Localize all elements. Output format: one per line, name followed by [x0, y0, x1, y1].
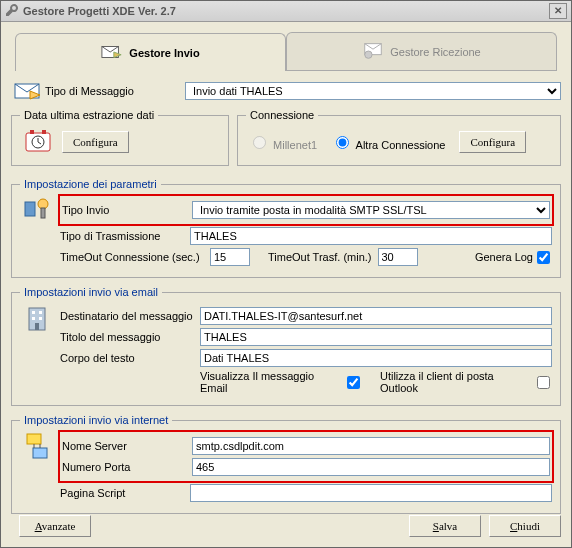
data-estrazione-group: Data ultima estrazione dati Configura [11, 109, 229, 166]
genera-log-checkbox[interactable] [537, 251, 550, 264]
svg-rect-7 [42, 130, 46, 134]
pagina-script-input[interactable] [190, 484, 552, 502]
radio-millenet1: Millenet1 [248, 133, 317, 151]
titolo-input[interactable] [200, 328, 552, 346]
tab-gestore-ricezione[interactable]: Gestore Ricezione [286, 32, 557, 70]
configura-connessione-button[interactable]: Configura [459, 131, 526, 153]
numero-porta-label: Numero Porta [62, 461, 192, 473]
nome-server-input[interactable] [192, 437, 550, 455]
tipo-messaggio-select[interactable]: Invio dati THALES [185, 82, 561, 100]
pagina-script-label: Pagina Script [60, 487, 190, 499]
bottom-button-bar: Avanzate Salva Chiudi [11, 515, 561, 537]
svg-rect-14 [32, 317, 35, 320]
svg-rect-13 [39, 311, 42, 314]
radio-millenet1-label: Millenet1 [273, 139, 317, 151]
outlook-checkbox[interactable] [537, 376, 550, 389]
connessione-legend: Connessione [246, 109, 318, 121]
radio-millenet1-input [253, 136, 266, 149]
building-icon [20, 304, 54, 397]
internet-legend: Impostazioni invio via internet [20, 414, 172, 426]
internet-group: Impostazioni invio via internet Nome Ser… [11, 414, 561, 514]
svg-rect-17 [27, 434, 41, 444]
tipo-invio-select[interactable]: Invio tramite posta in modalità SMTP SSL… [192, 201, 550, 219]
mail-receive-icon [362, 42, 384, 62]
internet-highlight: Nome Server Numero Porta [58, 430, 554, 483]
svg-rect-8 [25, 202, 35, 216]
svg-rect-6 [30, 130, 34, 134]
parametri-legend: Impostazione dei parametri [20, 178, 161, 190]
svg-rect-16 [35, 323, 39, 330]
timeout-conn-label: TimeOut Connessione (sec.) [60, 251, 210, 263]
timeout-trasf-input[interactable] [378, 248, 418, 266]
tab-receive-label: Gestore Ricezione [390, 46, 481, 58]
email-legend: Impostazioni invio via email [20, 286, 162, 298]
tipo-invio-highlight: Tipo Invio Invio tramite posta in modali… [58, 194, 554, 226]
tab-gestore-invio[interactable]: Gestore Invio [15, 33, 286, 71]
parametri-group: Impostazione dei parametri Tipo Invio In… [11, 178, 561, 278]
email-group: Impostazioni invio via email Destinatari… [11, 286, 561, 406]
salva-label: alva [439, 520, 457, 532]
radio-altra-input[interactable] [336, 136, 349, 149]
destinatario-label: Destinatario del messaggio [60, 310, 200, 322]
destinatario-input[interactable] [200, 307, 552, 325]
clock-icon [24, 129, 52, 155]
nome-server-label: Nome Server [62, 440, 192, 452]
radio-altra-label: Altra Connessione [356, 139, 446, 151]
tipo-messaggio-label: Tipo di Messaggio [45, 85, 185, 97]
svg-rect-15 [39, 317, 42, 320]
configura-estrazione-button[interactable]: Configura [62, 131, 129, 153]
genera-log-label: Genera Log [475, 251, 533, 263]
timeout-trasf-label: TimeOut Trasf. (min.) [268, 251, 372, 263]
svg-point-2 [365, 51, 372, 58]
tools-icon [20, 196, 54, 269]
radio-altra-connessione[interactable]: Altra Connessione [331, 133, 445, 151]
salva-button[interactable]: Salva [409, 515, 481, 537]
svg-rect-12 [32, 311, 35, 314]
chiudi-button[interactable]: Chiudi [489, 515, 561, 537]
avanzate-button[interactable]: Avanzate [19, 515, 91, 537]
envelope-icon [11, 81, 45, 101]
svg-rect-18 [33, 448, 47, 458]
visualizza-email-checkbox[interactable] [347, 376, 360, 389]
outlook-label: Utilizza il client di posta Outlook [380, 370, 533, 394]
chiudi-label: hiudi [517, 520, 540, 532]
corpo-label: Corpo del testo [60, 352, 200, 364]
window-title: Gestore Progetti XDE Ver. 2.7 [23, 5, 176, 17]
tipo-trasmissione-input[interactable] [190, 227, 552, 245]
timeout-conn-input[interactable] [210, 248, 250, 266]
titlebar: Gestore Progetti XDE Ver. 2.7 ✕ [1, 1, 571, 22]
tipo-trasmissione-label: Tipo di Trasmissione [60, 230, 190, 242]
svg-rect-10 [41, 208, 45, 218]
tipo-messaggio-row: Tipo di Messaggio Invio dati THALES [11, 81, 561, 101]
close-window-button[interactable]: ✕ [549, 3, 567, 19]
tipo-invio-label: Tipo Invio [62, 204, 192, 216]
avanzate-label: vanzate [42, 520, 76, 532]
tab-bar: Gestore Invio Gestore Ricezione [15, 32, 557, 71]
visualizza-email-label: Visualizza Il messaggio Email [200, 370, 343, 394]
corpo-input[interactable] [200, 349, 552, 367]
app-window: Gestore Progetti XDE Ver. 2.7 ✕ Gestore … [0, 0, 572, 548]
data-estrazione-legend: Data ultima estrazione dati [20, 109, 158, 121]
wrench-icon [5, 3, 19, 19]
numero-porta-input[interactable] [192, 458, 550, 476]
tab-send-label: Gestore Invio [129, 47, 199, 59]
connessione-group: Connessione Millenet1 Altra Connessione … [237, 109, 561, 166]
titolo-label: Titolo del messaggio [60, 331, 200, 343]
mail-send-icon [101, 43, 123, 63]
network-icon [20, 432, 54, 505]
